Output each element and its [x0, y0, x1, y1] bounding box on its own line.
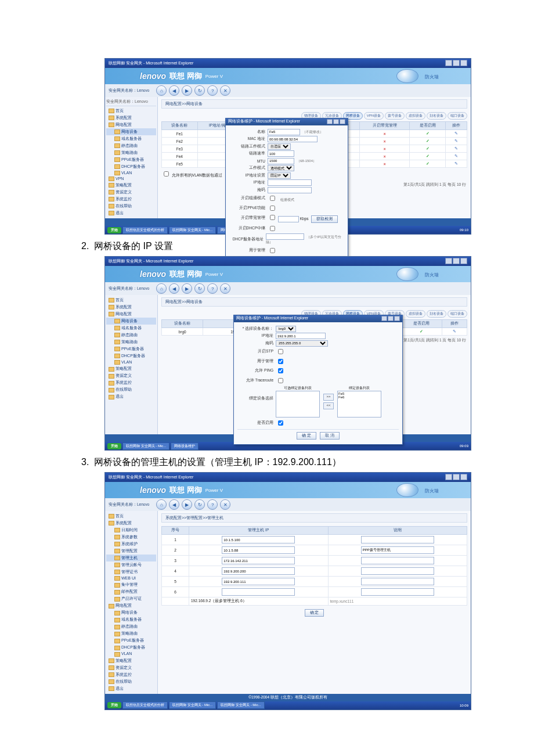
sidebar-item[interactable]: 域名服务器	[106, 135, 156, 142]
tab[interactable]: 端口设备	[448, 112, 467, 120]
max-icon[interactable]	[333, 119, 339, 124]
sidebar-item[interactable]: 策略路由	[106, 339, 156, 345]
max-icon[interactable]	[453, 474, 460, 480]
tool-back-icon[interactable]: ◀	[169, 283, 179, 294]
mgmt-checkbox[interactable]	[270, 248, 275, 253]
sidebar-item[interactable]: 系统参数	[106, 534, 156, 541]
sidebar-item[interactable]: 网络设备	[106, 609, 156, 616]
ip-input[interactable]	[276, 333, 326, 339]
tool-fwd-icon[interactable]: ▶	[182, 85, 192, 96]
min-icon[interactable]	[327, 119, 333, 124]
sidebar-item[interactable]: 在线帮助	[106, 203, 156, 210]
bound-list[interactable]: Fe5Fe6	[337, 391, 381, 417]
linkmode-select[interactable]: 自适应	[268, 143, 291, 150]
close-icon[interactable]	[460, 60, 467, 66]
tool-fwd-icon[interactable]: ▶	[182, 499, 192, 510]
sidebar-item[interactable]: 域名服务器	[106, 325, 156, 332]
tab[interactable]: 拨号设备	[385, 112, 405, 120]
ok-button[interactable]: 确 定	[297, 432, 316, 440]
close-icon[interactable]	[394, 316, 400, 321]
sidebar-item[interactable]: DHCP服务器	[106, 644, 156, 651]
bridge-name-select[interactable]: brg0	[276, 326, 296, 332]
close-icon[interactable]	[460, 258, 467, 264]
min-icon[interactable]	[445, 60, 452, 66]
max-icon[interactable]	[388, 316, 394, 321]
sidebar-item[interactable]: 系统配置	[106, 520, 156, 527]
note-input[interactable]	[361, 567, 434, 575]
sidebar-item[interactable]: 首页	[106, 513, 156, 520]
sidebar-item[interactable]: 退出	[106, 210, 156, 217]
sidebar-item-mgmt-host[interactable]: 管理主机	[106, 555, 156, 561]
enable-checkbox[interactable]	[278, 420, 283, 426]
sidebar-item[interactable]: PPoE服务器	[106, 156, 156, 163]
sidebar-item[interactable]: DHCP服务器	[106, 352, 156, 359]
sidebar-item[interactable]: 日期时间	[106, 527, 156, 534]
sidebar-item[interactable]: 首页	[106, 297, 156, 304]
tool-back-icon[interactable]: ◀	[169, 499, 179, 510]
taskbar-task[interactable]: 联想网御 安全网关 - Mic...	[169, 226, 216, 234]
sidebar-item[interactable]: 管理员帐号	[106, 561, 156, 568]
note-input[interactable]	[361, 588, 434, 596]
workmode-select[interactable]: 透明模式	[268, 165, 294, 171]
tool-refresh-icon[interactable]: ↻	[194, 283, 205, 294]
start-button[interactable]: 开始	[107, 443, 121, 449]
sidebar-item[interactable]: 系统监控	[106, 671, 156, 678]
sidebar-item[interactable]: PPoE服务器	[106, 345, 156, 352]
sidebar-item[interactable]: 静态路由	[106, 142, 156, 149]
sidebar-item[interactable]: 静态路由	[106, 623, 156, 630]
taskbar-task[interactable]: 联想信息安全模式的分析	[122, 701, 168, 709]
pppoe-checkbox[interactable]	[270, 206, 275, 211]
mask-input[interactable]	[268, 187, 312, 193]
vlan-all-checkbox[interactable]	[164, 171, 169, 177]
sidebar-item[interactable]: VLAN	[106, 651, 156, 657]
sidebar-item[interactable]: 系统监控	[106, 379, 156, 386]
sidebar-item[interactable]: 静态路由	[106, 332, 156, 339]
sidebar-item-netdevice[interactable]: 网络设备	[106, 318, 156, 325]
detect-button[interactable]: 获取检测	[311, 215, 338, 223]
sidebar-item[interactable]: 管理配置	[106, 548, 156, 555]
tool-help-icon[interactable]: ?	[207, 283, 218, 294]
mgmt-checkbox[interactable]	[278, 359, 283, 364]
dhcp-server-input[interactable]	[266, 233, 304, 240]
close-icon[interactable]	[460, 474, 467, 480]
min-icon[interactable]	[445, 258, 452, 264]
min-icon[interactable]	[445, 474, 452, 480]
sidebar-item[interactable]: 退出	[106, 393, 156, 400]
multicast-checkbox[interactable]	[270, 196, 275, 201]
ping-checkbox[interactable]	[278, 368, 283, 373]
ip-input[interactable]	[222, 546, 295, 554]
tool-home-icon[interactable]: ⌂	[156, 283, 167, 294]
cancel-button[interactable]: 取 消	[320, 432, 340, 440]
tool-exit-icon[interactable]: ✕	[220, 499, 230, 510]
name-input[interactable]	[268, 129, 300, 135]
taskbar-task[interactable]: 联想网御 安全网关 - Mic...	[122, 442, 169, 450]
ip-input[interactable]	[222, 588, 295, 596]
sidebar-item[interactable]: 产品许可证	[106, 595, 156, 602]
taskbar-task[interactable]: 网络设备维护	[171, 442, 199, 450]
taskbar-task[interactable]: 联想信息安全模式的分析	[122, 226, 168, 234]
sidebar-item[interactable]: 资源定义	[106, 189, 156, 196]
sidebar-item[interactable]: 网络配置	[106, 311, 156, 318]
start-button[interactable]: 开始	[107, 702, 121, 708]
move-right-button[interactable]: >>	[323, 394, 334, 401]
tool-help-icon[interactable]: ?	[207, 499, 218, 510]
trace-checkbox[interactable]	[278, 378, 283, 383]
tab[interactable]: 虚拟设备	[406, 310, 425, 318]
close-icon[interactable]	[340, 119, 345, 124]
sidebar-item[interactable]: 资源定义	[106, 664, 156, 671]
edit-icon[interactable]: ✎	[445, 153, 467, 160]
tool-home-icon[interactable]: ⌂	[156, 85, 167, 96]
max-icon[interactable]	[453, 60, 460, 66]
sidebar-item[interactable]: 首页	[106, 107, 156, 114]
max-icon[interactable]	[453, 258, 460, 264]
sidebar-item[interactable]: 域名服务器	[106, 616, 156, 623]
sidebar-item[interactable]: WEB UI	[106, 575, 156, 581]
ip-input[interactable]	[222, 567, 295, 575]
dhcp-checkbox[interactable]	[270, 226, 275, 231]
note-input[interactable]	[361, 578, 434, 585]
sidebar-item[interactable]: 系统维护	[106, 541, 156, 548]
min-icon[interactable]	[381, 316, 387, 321]
tool-back-icon[interactable]: ◀	[169, 85, 179, 96]
edit-icon[interactable]: ✎	[445, 130, 467, 138]
sidebar-item[interactable]: 策略配置	[106, 657, 156, 664]
